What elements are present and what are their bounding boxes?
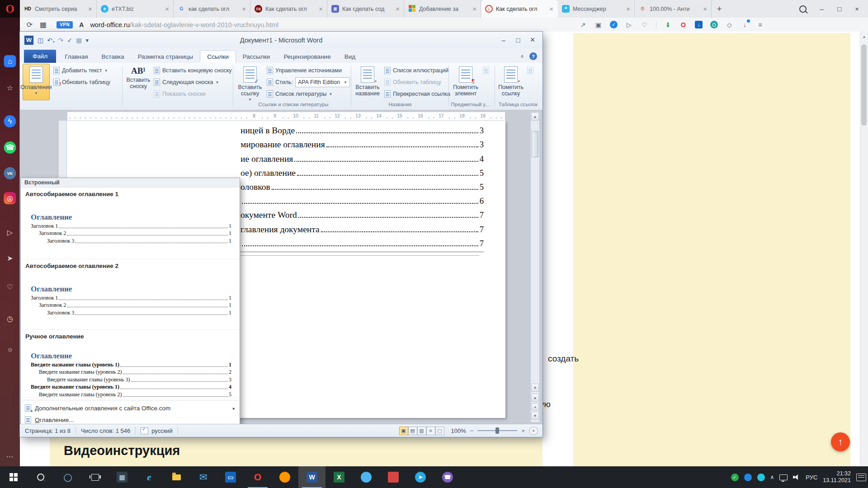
tab-Рассылки[interactable]: Рассылки bbox=[236, 51, 277, 63]
document-scrollbar[interactable]: ▲ ▼ ▲ ● ▼ bbox=[530, 112, 540, 422]
collections-heart-icon[interactable]: ♡ bbox=[641, 21, 648, 28]
document-toc-line[interactable]: главления документа7 bbox=[241, 220, 484, 234]
manage-sources-button[interactable]: Управление источниками bbox=[267, 66, 342, 75]
toc-gallery-item[interactable]: Ручное оглавлениеОглавлениеВведите назва… bbox=[21, 330, 240, 398]
tab-Главная[interactable]: Главная bbox=[58, 51, 94, 63]
undo-icon[interactable]: ↶▾ bbox=[47, 37, 54, 44]
select-browse-object-icon[interactable]: ● bbox=[531, 403, 539, 410]
word-close-button[interactable]: × bbox=[525, 35, 540, 46]
messenger-icon[interactable]: ϟ bbox=[4, 115, 16, 127]
insert-citation-button[interactable]: ✓ Вставить ссылку ▼ bbox=[236, 64, 264, 103]
tab-search-icon[interactable] bbox=[799, 5, 807, 13]
snapshot-icon[interactable]: ▣ bbox=[594, 21, 602, 28]
insert-footnote-button[interactable]: АВ¹ Вставить сноску bbox=[125, 64, 152, 89]
ext-blue-save-icon[interactable]: ↓ bbox=[695, 21, 703, 28]
reload-icon[interactable]: ⟳ bbox=[27, 20, 33, 29]
speed-dial-icon[interactable]: ⌂ bbox=[4, 55, 16, 67]
tab-Вставка[interactable]: Вставка bbox=[95, 51, 131, 63]
tab-Вид[interactable]: Вид bbox=[338, 51, 362, 63]
view-print-layout-button[interactable]: ▣ bbox=[399, 427, 408, 435]
ext-cube-icon[interactable]: ◇ bbox=[726, 21, 733, 28]
document-toc-line[interactable]: оловков5 bbox=[241, 178, 484, 192]
whatsapp-icon[interactable]: ☎ bbox=[4, 141, 16, 154]
update-table-button[interactable]: Обновить таблицу bbox=[53, 77, 110, 87]
excel-icon[interactable]: X bbox=[326, 466, 353, 488]
zoom-slider-thumb[interactable] bbox=[495, 427, 499, 434]
document-toc-line[interactable]: ие оглавления4 bbox=[241, 150, 484, 164]
page-scroll-thumb[interactable] bbox=[861, 44, 867, 126]
previous-page-icon[interactable]: ▲ bbox=[531, 394, 539, 402]
document-toc-line[interactable]: 6 bbox=[241, 192, 484, 206]
view-draft-button[interactable]: ▢ bbox=[435, 427, 444, 435]
word-maximize-button[interactable]: □ bbox=[511, 35, 525, 46]
browser-tab[interactable]: ›Как сделать огл× bbox=[481, 0, 558, 18]
status-word-count[interactable]: Число слов: 1 546 bbox=[76, 427, 136, 435]
tab-Файл[interactable]: Файл bbox=[24, 50, 56, 63]
browser-tab[interactable]: ©100.00% - Анти× bbox=[635, 0, 712, 18]
tray-chevron-icon[interactable]: ∧ bbox=[770, 474, 774, 480]
zoom-slider[interactable] bbox=[477, 430, 517, 431]
internet-explorer-icon[interactable]: e bbox=[136, 466, 163, 488]
tab-close-icon[interactable]: × bbox=[702, 5, 707, 13]
mark-entry-button[interactable]: ¶ Пометить элемент bbox=[451, 64, 480, 97]
word-logo[interactable]: W bbox=[24, 35, 34, 45]
illustrations-button[interactable]: Список иллюстраций bbox=[384, 66, 448, 75]
add-text-button[interactable]: Добавить текст ▼ bbox=[53, 66, 108, 75]
vk-icon[interactable]: VK bbox=[4, 167, 16, 179]
taskbar-clock[interactable]: 21:32 13.11.2021 bbox=[823, 470, 851, 484]
redo-icon[interactable]: ↷ bbox=[58, 37, 63, 44]
language-indicator[interactable]: РУС bbox=[806, 474, 817, 481]
tray-network-icon[interactable] bbox=[779, 474, 788, 480]
window-close-button[interactable]: × bbox=[855, 5, 859, 13]
status-page-indicator[interactable]: Страница: 1 из 8 bbox=[20, 427, 76, 435]
opera-logo[interactable]: O bbox=[0, 0, 20, 18]
qat-more-icon[interactable]: ▾ bbox=[85, 37, 89, 44]
personal-news-icon[interactable]: ➤ bbox=[4, 252, 16, 264]
likes-icon[interactable]: ♡ bbox=[4, 281, 16, 293]
browser-tab[interactable]: HDСмотреть сериа× bbox=[20, 0, 97, 18]
vpn-badge[interactable]: VPN bbox=[57, 21, 73, 28]
start-button[interactable] bbox=[0, 466, 27, 488]
speed-dial-tiles-icon[interactable]: ▦ bbox=[40, 20, 47, 29]
toc-gallery-item[interactable]: Автособираемое оглавление 2ОглавлениеЗаг… bbox=[21, 259, 240, 330]
tab-close-icon[interactable]: × bbox=[548, 5, 553, 13]
next-footnote-button[interactable]: Следующая сноска ▼ bbox=[154, 77, 219, 87]
browser-tab[interactable]: Добавление за× bbox=[404, 0, 481, 18]
tray-app-teal-icon[interactable] bbox=[757, 474, 765, 481]
scroll-down-icon[interactable]: ▼ bbox=[531, 384, 539, 392]
document-toc-line[interactable]: ницей в Ворде3 bbox=[241, 122, 484, 136]
page-scroll-up-icon[interactable]: ▲ bbox=[860, 34, 868, 39]
browser-tab[interactable]: пкКак сделать огл× bbox=[250, 0, 327, 18]
tab-Ссылки[interactable]: Ссылки bbox=[200, 50, 236, 63]
bookmarks-icon[interactable]: ☆ bbox=[4, 82, 16, 94]
document-toc-line[interactable]: мирование оглавления3 bbox=[241, 136, 484, 150]
cortana-icon[interactable]: ◯ bbox=[54, 466, 81, 488]
firefox-icon[interactable] bbox=[271, 466, 298, 488]
page-scrollbar[interactable]: ▲ bbox=[860, 32, 868, 466]
tab-close-icon[interactable]: × bbox=[241, 5, 246, 13]
insert-caption-button[interactable]: ▪ Вставить название bbox=[354, 64, 382, 97]
player-icon[interactable]: ▷ bbox=[4, 226, 16, 239]
zoom-in-button[interactable]: + bbox=[521, 427, 525, 434]
ext-opera-red-icon[interactable]: O bbox=[679, 21, 687, 28]
mail-icon[interactable]: ✉ bbox=[190, 466, 217, 488]
url-field[interactable]: word-office.ru/kak-sdelat-oglavlenie-v-w… bbox=[90, 21, 278, 28]
tab-Разметка страницы[interactable]: Разметка страницы bbox=[131, 51, 200, 63]
view-reading-button[interactable]: ▤ bbox=[408, 427, 417, 435]
insert-endnote-button[interactable]: Вставить концевую сноску bbox=[154, 66, 232, 75]
ext-download-green-icon[interactable]: ⇓ bbox=[664, 21, 672, 28]
word-minimize-button[interactable]: – bbox=[496, 35, 511, 46]
document-toc-line[interactable]: окументе Word7 bbox=[241, 206, 484, 220]
collapse-ribbon-icon[interactable]: ∧ bbox=[520, 53, 524, 59]
downloads-icon[interactable]: ↓ bbox=[741, 21, 749, 28]
word-icon[interactable]: W bbox=[298, 466, 326, 488]
viber-icon[interactable]: ☎ bbox=[434, 466, 461, 488]
shield-a-icon[interactable]: A bbox=[79, 21, 84, 28]
search-icon[interactable] bbox=[27, 466, 54, 488]
tab-close-icon[interactable]: × bbox=[164, 5, 169, 13]
new-tab-button[interactable]: + bbox=[712, 0, 727, 18]
browser-tab[interactable]: ≣Как сделать сод× bbox=[327, 0, 404, 18]
task-view-icon[interactable] bbox=[81, 466, 108, 488]
app-red-icon[interactable] bbox=[380, 466, 407, 488]
tab-close-icon[interactable]: × bbox=[625, 5, 630, 13]
